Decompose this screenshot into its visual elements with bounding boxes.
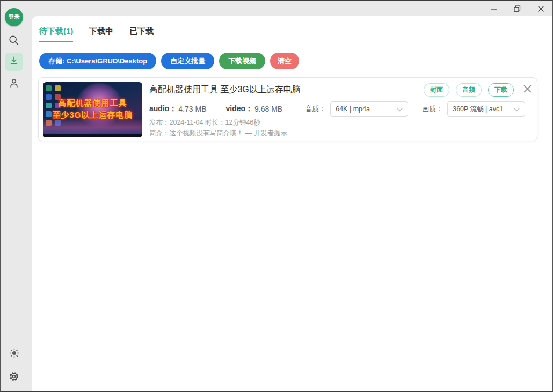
theme-toggle-button[interactable] (1, 347, 27, 361)
remove-card-button[interactable] (523, 85, 532, 95)
close-icon (523, 85, 532, 95)
restore-icon (514, 5, 521, 12)
video-card: 高配机器使用工具 至少3G以上运存电脑 高配机器使用工具 至少3G以上运存电脑 … (38, 77, 537, 141)
thumbnail-taskbar-decoration (43, 134, 142, 137)
main-panel: 待下载(1) 下载中 已下载 存储: C:\Users\GRUD\Desktop… (32, 16, 552, 391)
video-quality-label: 画质： (422, 104, 443, 114)
video-thumbnail[interactable]: 高配机器使用工具 至少3G以上运存电脑 (43, 82, 142, 137)
close-window-button[interactable] (529, 1, 552, 16)
video-size-value: 9.68 MB (254, 105, 282, 113)
minimize-icon (490, 5, 497, 12)
chevron-down-icon (397, 104, 403, 114)
download-item-button[interactable]: 下载 (488, 83, 514, 97)
sidebar-item-downloads[interactable] (5, 53, 23, 71)
window-controls (482, 1, 552, 16)
custom-batch-button[interactable]: 自定义批量 (161, 53, 214, 69)
tab-bar: 待下载(1) 下载中 已下载 (39, 26, 154, 42)
settings-button[interactable] (1, 371, 27, 384)
storage-path-button[interactable]: 存储: C:\Users\GRUD\Desktop (39, 53, 156, 69)
specs-row: audio： 4.73 MB video： 9.68 MB 音质： 64K | … (149, 101, 525, 117)
gear-icon (8, 371, 20, 384)
sidebar: 登录 (1, 1, 32, 391)
video-quality-select[interactable]: 360P 流畅 | avc1 (447, 101, 525, 117)
cover-button[interactable]: 封面 (424, 83, 449, 97)
audio-quality-select[interactable]: 64K | mp4a (330, 101, 408, 117)
audio-size-label: audio： (149, 104, 177, 114)
tab-downloaded-label: 已下载 (129, 26, 154, 35)
brightness-icon (9, 347, 20, 361)
video-title: 高配机器使用工具 至少3G以上运存电脑 (149, 84, 301, 96)
audio-size-value: 4.73 MB (178, 105, 206, 113)
download-video-button[interactable]: 下载视频 (219, 53, 265, 69)
chevron-down-icon (514, 104, 520, 114)
description-info: 简介：这个视频没有写简介哦！ — 开发者提示 (149, 129, 287, 138)
tab-pending[interactable]: 待下载(1) (39, 26, 73, 42)
video-card-details: 高配机器使用工具 至少3G以上运存电脑 封面 音频 下载 audio： (149, 82, 533, 136)
tab-downloaded[interactable]: 已下载 (129, 26, 154, 42)
audio-quality-value: 64K | mp4a (336, 105, 370, 113)
download-icon (9, 55, 19, 68)
audio-button[interactable]: 音频 (456, 83, 482, 97)
tab-pending-label: 待下载(1) (39, 26, 73, 35)
clear-button[interactable]: 清空 (270, 53, 299, 69)
tab-downloading[interactable]: 下载中 (89, 26, 113, 42)
login-label: 登录 (9, 13, 20, 21)
app-window: 登录 (0, 0, 553, 392)
search-icon (8, 34, 20, 48)
minimize-button[interactable] (482, 1, 505, 16)
tab-downloading-label: 下载中 (89, 26, 113, 35)
thumbnail-reflection-decoration (43, 119, 142, 134)
card-actions: 封面 音频 下载 (424, 83, 533, 97)
title-bar (1, 1, 552, 16)
video-size-label: video： (225, 104, 253, 114)
user-icon (8, 77, 20, 91)
restore-button[interactable] (505, 1, 529, 16)
audio-quality-label: 音质： (305, 104, 326, 114)
close-icon (537, 5, 544, 12)
publish-info: 发布：2024-11-04 时长：12分钟46秒 (149, 118, 260, 127)
toolbar: 存储: C:\Users\GRUD\Desktop 自定义批量 下载视频 清空 (39, 53, 299, 69)
search-button[interactable] (1, 34, 27, 48)
login-avatar[interactable]: 登录 (5, 8, 23, 26)
sidebar-item-user[interactable] (1, 77, 27, 91)
thumbnail-text-line1: 高配机器使用工具 (43, 98, 142, 108)
video-quality-value: 360P 流畅 | avc1 (453, 105, 503, 114)
